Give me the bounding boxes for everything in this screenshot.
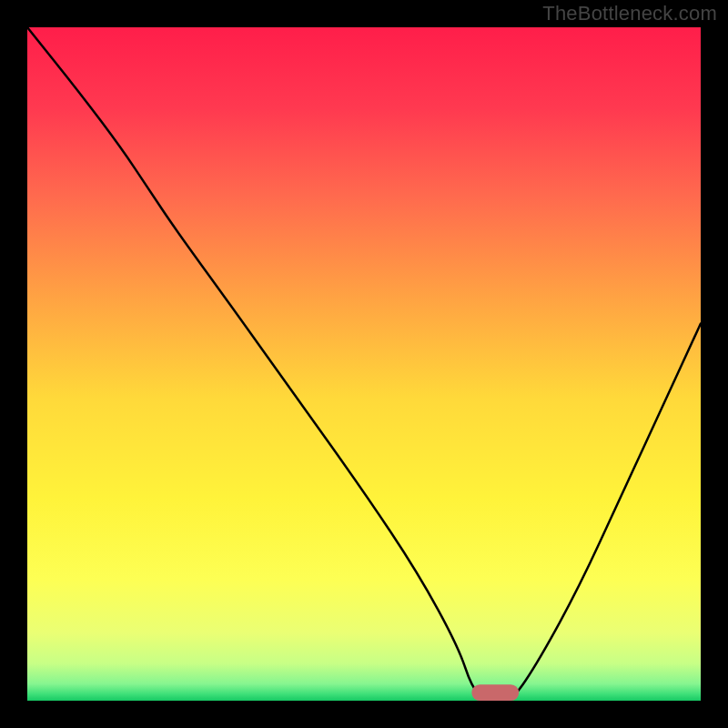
- gradient-background: [27, 27, 701, 701]
- chart-svg: [27, 27, 701, 701]
- plot-area: [27, 27, 701, 701]
- watermark-text: TheBottleneck.com: [542, 2, 717, 25]
- chart-frame: TheBottleneck.com: [0, 0, 728, 728]
- optimal-range-marker: [471, 684, 519, 701]
